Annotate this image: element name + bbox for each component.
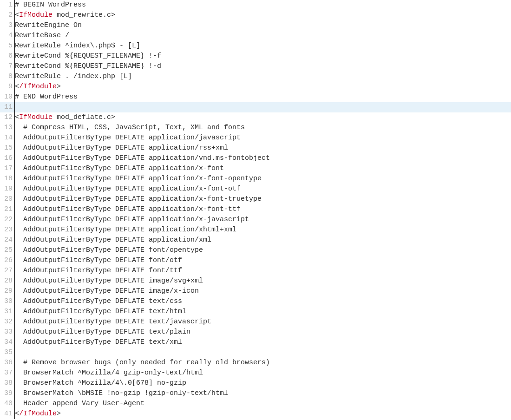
code-line[interactable]: 12<IfModule mod_deflate.c> [0, 112, 511, 123]
code-content[interactable]: # BEGIN WordPress [15, 0, 511, 10]
code-content[interactable]: AddOutputFilterByType DEFLATE applicatio… [15, 215, 511, 225]
code-line[interactable]: 2<IfModule mod_rewrite.c> [0, 10, 511, 20]
code-line[interactable]: 25 AddOutputFilterByType DEFLATE font/op… [0, 245, 511, 256]
code-line[interactable]: 16 AddOutputFilterByType DEFLATE applica… [0, 153, 511, 164]
code-line[interactable]: 10# END WordPress [0, 92, 511, 102]
code-line[interactable]: 8RewriteRule . /index.php [L] [0, 72, 511, 82]
code-line[interactable]: 4RewriteBase / [0, 31, 511, 41]
code-text: AddOutputFilterByType DEFLATE text/html [15, 308, 186, 315]
code-content[interactable]: AddOutputFilterByType DEFLATE text/javas… [15, 317, 511, 327]
code-line[interactable]: 35 [0, 348, 511, 358]
code-content[interactable]: BrowserMatch ^Mozilla/4\.0[678] no-gzip [15, 378, 511, 388]
code-line[interactable]: 30 AddOutputFilterByType DEFLATE text/cs… [0, 296, 511, 307]
code-line[interactable]: 32 AddOutputFilterByType DEFLATE text/ja… [0, 317, 511, 327]
code-line[interactable]: 5RewriteRule ^index\.php$ - [L] [0, 41, 511, 51]
code-line[interactable]: 11 [0, 102, 511, 112]
code-content[interactable]: AddOutputFilterByType DEFLATE applicatio… [15, 153, 511, 164]
code-text: # Remove browser bugs (only needed for r… [15, 359, 270, 367]
code-content[interactable]: AddOutputFilterByType DEFLATE font/opent… [15, 245, 511, 256]
code-text: RewriteCond %{REQUEST_FILENAME} !-f [15, 52, 161, 60]
code-content[interactable]: AddOutputFilterByType DEFLATE applicatio… [15, 143, 511, 153]
code-content[interactable]: AddOutputFilterByType DEFLATE text/plain [15, 327, 511, 337]
code-content[interactable] [15, 102, 511, 112]
code-content[interactable] [15, 348, 511, 358]
line-number: 31 [0, 307, 15, 317]
code-line[interactable]: 31 AddOutputFilterByType DEFLATE text/ht… [0, 307, 511, 317]
line-number: 36 [0, 358, 15, 368]
code-editor[interactable]: 1# BEGIN WordPress2<IfModule mod_rewrite… [0, 0, 511, 419]
code-line[interactable]: 6RewriteCond %{REQUEST_FILENAME} !-f [0, 51, 511, 61]
code-line[interactable]: 37 BrowserMatch ^Mozilla/4 gzip-only-tex… [0, 368, 511, 378]
code-line[interactable]: 17 AddOutputFilterByType DEFLATE applica… [0, 164, 511, 174]
code-content[interactable]: RewriteCond %{REQUEST_FILENAME} !-d [15, 61, 511, 72]
code-content[interactable]: AddOutputFilterByType DEFLATE font/otf [15, 256, 511, 266]
code-line[interactable]: 28 AddOutputFilterByType DEFLATE image/s… [0, 276, 511, 286]
code-content[interactable]: RewriteRule . /index.php [L] [15, 72, 511, 82]
code-line[interactable]: 33 AddOutputFilterByType DEFLATE text/pl… [0, 327, 511, 337]
code-line[interactable]: 41</IfModule> [0, 409, 511, 419]
code-content[interactable]: AddOutputFilterByType DEFLATE applicatio… [15, 184, 511, 194]
code-line[interactable]: 9</IfModule> [0, 82, 511, 92]
code-content[interactable]: BrowserMatch ^Mozilla/4 gzip-only-text/h… [15, 368, 511, 378]
code-content[interactable]: RewriteRule ^index\.php$ - [L] [15, 41, 511, 51]
code-text: AddOutputFilterByType DEFLATE applicatio… [15, 236, 211, 244]
code-line[interactable]: 1# BEGIN WordPress [0, 0, 511, 10]
code-line[interactable]: 18 AddOutputFilterByType DEFLATE applica… [0, 174, 511, 184]
code-content[interactable]: AddOutputFilterByType DEFLATE applicatio… [15, 204, 511, 215]
line-number: 34 [0, 337, 15, 348]
code-line[interactable]: 27 AddOutputFilterByType DEFLATE font/tt… [0, 266, 511, 276]
code-content[interactable]: AddOutputFilterByType DEFLATE text/css [15, 296, 511, 307]
code-text: AddOutputFilterByType DEFLATE applicatio… [15, 185, 241, 193]
code-content[interactable]: Header append Vary User-Agent [15, 399, 511, 409]
code-content[interactable]: AddOutputFilterByType DEFLATE applicatio… [15, 235, 511, 245]
code-line[interactable]: 29 AddOutputFilterByType DEFLATE image/x… [0, 286, 511, 296]
line-number: 11 [0, 102, 15, 112]
code-content[interactable]: </IfModule> [15, 82, 511, 92]
code-content[interactable]: AddOutputFilterByType DEFLATE applicatio… [15, 164, 511, 174]
line-number: 21 [0, 204, 15, 215]
code-line[interactable]: 34 AddOutputFilterByType DEFLATE text/xm… [0, 337, 511, 348]
code-line[interactable]: 24 AddOutputFilterByType DEFLATE applica… [0, 235, 511, 245]
code-content[interactable]: AddOutputFilterByType DEFLATE text/html [15, 307, 511, 317]
code-content[interactable]: # END WordPress [15, 92, 511, 102]
code-text: RewriteEngine On [15, 21, 82, 29]
code-content[interactable]: AddOutputFilterByType DEFLATE applicatio… [15, 225, 511, 235]
code-line[interactable]: 40 Header append Vary User-Agent [0, 399, 511, 409]
code-text: AddOutputFilterByType DEFLATE applicatio… [15, 226, 236, 234]
code-text: AddOutputFilterByType DEFLATE font/ttf [15, 267, 182, 275]
code-line[interactable]: 26 AddOutputFilterByType DEFLATE font/ot… [0, 256, 511, 266]
code-content[interactable]: RewriteCond %{REQUEST_FILENAME} !-f [15, 51, 511, 61]
code-line[interactable]: 3RewriteEngine On [0, 20, 511, 31]
code-line[interactable]: 39 BrowserMatch \bMSIE !no-gzip !gzip-on… [0, 388, 511, 399]
code-line[interactable]: 7RewriteCond %{REQUEST_FILENAME} !-d [0, 61, 511, 72]
code-content[interactable]: </IfModule> [15, 409, 511, 419]
line-number: 25 [0, 245, 15, 256]
line-number: 4 [0, 31, 15, 41]
code-line[interactable]: 15 AddOutputFilterByType DEFLATE applica… [0, 143, 511, 153]
code-line[interactable]: 21 AddOutputFilterByType DEFLATE applica… [0, 204, 511, 215]
code-content[interactable]: <IfModule mod_deflate.c> [15, 112, 511, 123]
code-line[interactable]: 38 BrowserMatch ^Mozilla/4\.0[678] no-gz… [0, 378, 511, 388]
code-text: Header append Vary User-Agent [15, 400, 144, 407]
code-content[interactable]: AddOutputFilterByType DEFLATE image/x-ic… [15, 286, 511, 296]
code-content[interactable]: # Compress HTML, CSS, JavaScript, Text, … [15, 123, 511, 133]
code-content[interactable]: RewriteBase / [15, 31, 511, 41]
code-content[interactable]: RewriteEngine On [15, 20, 511, 31]
code-line[interactable]: 19 AddOutputFilterByType DEFLATE applica… [0, 184, 511, 194]
code-text: AddOutputFilterByType DEFLATE font/otf [15, 256, 182, 264]
code-content[interactable]: AddOutputFilterByType DEFLATE text/xml [15, 337, 511, 348]
code-content[interactable]: # Remove browser bugs (only needed for r… [15, 358, 511, 368]
code-content[interactable]: AddOutputFilterByType DEFLATE image/svg+… [15, 276, 511, 286]
code-line[interactable]: 22 AddOutputFilterByType DEFLATE applica… [0, 215, 511, 225]
code-line[interactable]: 23 AddOutputFilterByType DEFLATE applica… [0, 225, 511, 235]
code-content[interactable]: AddOutputFilterByType DEFLATE font/ttf [15, 266, 511, 276]
code-content[interactable]: AddOutputFilterByType DEFLATE applicatio… [15, 194, 511, 204]
code-content[interactable]: AddOutputFilterByType DEFLATE applicatio… [15, 133, 511, 143]
code-line[interactable]: 36 # Remove browser bugs (only needed fo… [0, 358, 511, 368]
code-content[interactable]: BrowserMatch \bMSIE !no-gzip !gzip-only-… [15, 388, 511, 399]
code-content[interactable]: <IfModule mod_rewrite.c> [15, 10, 511, 20]
code-line[interactable]: 13 # Compress HTML, CSS, JavaScript, Tex… [0, 123, 511, 133]
code-line[interactable]: 14 AddOutputFilterByType DEFLATE applica… [0, 133, 511, 143]
code-content[interactable]: AddOutputFilterByType DEFLATE applicatio… [15, 174, 511, 184]
code-line[interactable]: 20 AddOutputFilterByType DEFLATE applica… [0, 194, 511, 204]
